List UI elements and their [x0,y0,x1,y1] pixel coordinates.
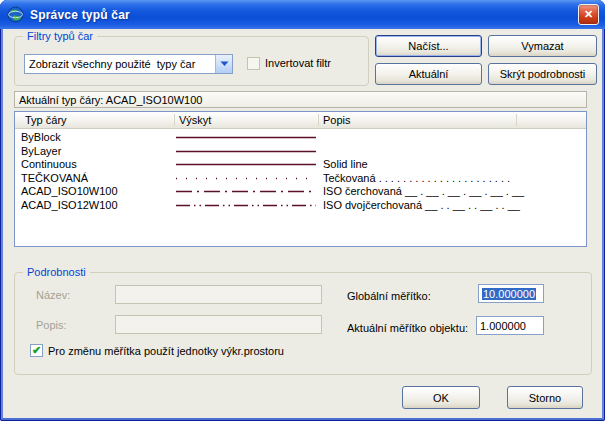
linetype-description: Tečkovaná . . . . . . . . . . . . . . . … [323,172,510,184]
object-scale-value: 1.000000 [480,320,526,332]
linetype-filter-dropdown[interactable]: Zobrazit všechny použité typy čar [24,54,233,74]
paperspace-units-checkbox[interactable]: ✔ [30,344,43,357]
table-row[interactable]: ByBlock [15,131,586,145]
description-field[interactable] [115,315,322,334]
name-label: Název: [36,289,70,301]
object-scale-label: Aktuální měřítko objektu: [347,322,468,334]
name-field[interactable] [115,285,322,304]
chevron-down-icon[interactable] [215,55,232,73]
linetype-name: TEČKOVANÁ [21,172,88,184]
current-button[interactable]: Aktuální [375,63,482,85]
filters-legend: Filtry typů čar [23,30,97,42]
column-header-description[interactable]: Popis [323,114,351,126]
linetype-description: ISO čerchovaná __ . __ . __ . __ . __ . … [323,185,524,197]
table-row[interactable]: TEČKOVANÁ Tečkovaná . . . . . . . . . . … [15,172,586,186]
clear-button[interactable]: Vymazat [488,35,597,57]
global-scale-value: 10.000000 [482,288,536,300]
paperspace-units-label: Pro změnu měřítka použít jednotky výkr.p… [48,345,284,357]
current-linetype-text: Aktuální typ čáry: ACAD_ISO10W100 [19,94,202,106]
dropdown-value: Zobrazit všechny použité typy čar [25,58,215,70]
linetype-list[interactable]: Typ čáry Výskyt Popis ByBlock ByLayer Co… [14,111,587,247]
global-scale-field[interactable]: 10.000000 [478,284,544,303]
titlebar[interactable]: Správce typů čar ✕ [0,0,605,29]
linetype-description: ISO dvojčerchovaná __ . . __ . . __ . . … [323,199,520,211]
column-header-appearance[interactable]: Výskyt [179,114,211,126]
table-row[interactable]: ByLayer [15,145,586,159]
column-separator[interactable] [174,114,175,126]
linetype-name: ByBlock [21,131,61,143]
linetype-sample-line [176,175,316,182]
object-scale-field[interactable]: 1.000000 [476,316,544,335]
linetype-name: ACAD_ISO10W100 [21,185,118,197]
linetype-sample-line [176,202,316,209]
linetype-name: ByLayer [21,145,61,157]
column-separator[interactable] [318,114,319,126]
linetype-name: ACAD_ISO12W100 [21,199,118,211]
table-row[interactable]: ACAD_ISO10W100 ISO čerchovaná __ . __ . … [15,185,586,199]
details-legend: Podrobnosti [23,266,90,278]
description-label: Popis: [36,319,67,331]
linetype-sample-line [176,148,316,155]
linetype-manager-dialog: Správce typů čar ✕ Filtry typů čar Zobra… [0,0,605,421]
invert-filter-checkbox[interactable] [247,57,260,70]
list-header[interactable]: Typ čáry Výskyt Popis [15,112,586,129]
linetype-sample-line [176,134,316,141]
column-separator[interactable] [516,114,517,126]
linetype-sample-line [176,188,316,195]
invert-filter-label: Invertovat filtr [265,57,331,69]
close-button[interactable]: ✕ [578,4,599,25]
table-row[interactable]: Continuous Solid line [15,158,586,172]
linetype-name: Continuous [21,158,77,170]
window-title: Správce typů čar [30,8,130,22]
hide-details-button[interactable]: Skrýt podrobnosti [488,63,597,85]
app-icon [7,6,24,23]
global-scale-label: Globální měřítko: [347,290,431,302]
table-row[interactable]: ACAD_ISO12W100 ISO dvojčerchovaná __ . .… [15,199,586,213]
linetype-rows: ByBlock ByLayer Continuous Solid line TE… [15,131,586,212]
ok-button[interactable]: OK [402,386,480,409]
linetype-sample-line [176,161,316,168]
column-header-type[interactable]: Typ čáry [25,114,67,126]
load-button[interactable]: Načíst... [375,35,482,57]
linetype-description: Solid line [323,158,368,170]
cancel-button[interactable]: Storno [507,386,583,409]
current-linetype-bar: Aktuální typ čáry: ACAD_ISO10W100 [14,91,587,108]
